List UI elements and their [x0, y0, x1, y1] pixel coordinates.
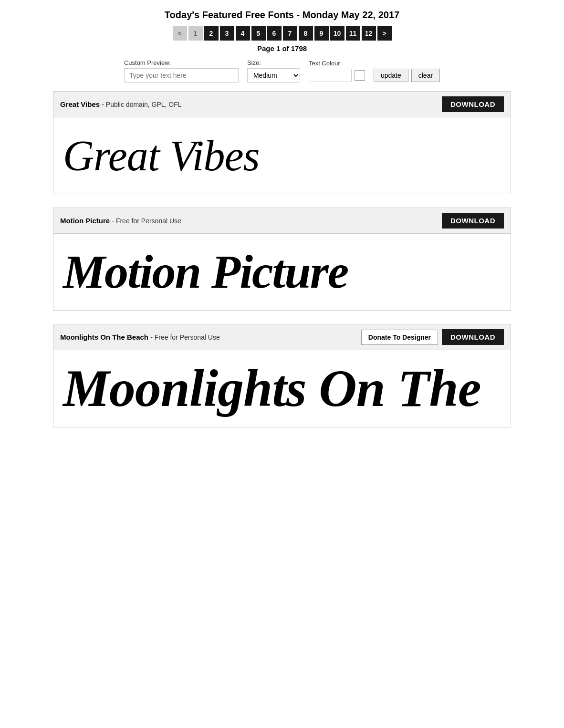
preview-input[interactable]	[124, 68, 239, 83]
font-preview-text-moonlights: Moonlights On The	[63, 360, 480, 417]
pagination-page-8[interactable]: 8	[299, 26, 313, 41]
pagination-page-3[interactable]: 3	[220, 26, 234, 41]
color-text-input[interactable]	[309, 69, 352, 82]
page-count: Page 1 of 1798	[53, 44, 511, 52]
donate-button-moonlights[interactable]: Donate To Designer	[361, 330, 438, 345]
update-button[interactable]: update	[374, 69, 408, 82]
font-name-motion-picture: Motion Picture	[60, 217, 110, 225]
font-name-great-vibes: Great Vibes	[60, 100, 100, 108]
font-preview-great-vibes: Great Vibes	[53, 117, 511, 194]
font-card-header-moonlights: Moonlights On The Beach - Free for Perso…	[53, 324, 511, 350]
color-row	[309, 69, 365, 82]
download-button-great-vibes[interactable]: DOWNLOAD	[442, 96, 504, 112]
pagination-page-2[interactable]: 2	[204, 26, 219, 41]
pagination-page-7[interactable]: 7	[283, 26, 297, 41]
font-name-moonlights: Moonlights On The Beach	[60, 333, 148, 341]
font-card-header-great-vibes: Great Vibes - Public domain, GPL, OFL DO…	[53, 92, 511, 117]
pagination-page-10[interactable]: 10	[330, 26, 345, 41]
pagination-page-6[interactable]: 6	[267, 26, 282, 41]
font-preview-text-great-vibes: Great Vibes	[63, 132, 259, 179]
size-group: Size: Small Medium Large Extra Large	[247, 59, 300, 83]
pagination-page-4[interactable]: 4	[236, 26, 250, 41]
font-preview-text-motion-picture: Motion Picture	[63, 246, 348, 298]
text-colour-group: Text Colour:	[309, 60, 365, 82]
font-header-actions-moonlights: Donate To Designer DOWNLOAD	[361, 329, 504, 345]
font-license-motion-picture: - Free for Personal Use	[112, 217, 181, 225]
pagination-page-12[interactable]: 12	[362, 26, 376, 41]
font-card-moonlights: Moonlights On The Beach - Free for Perso…	[53, 324, 511, 427]
font-license-moonlights: - Free for Personal Use	[150, 333, 220, 341]
font-preview-moonlights: Moonlights On The	[53, 350, 511, 427]
pagination-prev[interactable]: <	[173, 26, 187, 41]
pagination-page-9[interactable]: 9	[314, 26, 329, 41]
size-label: Size:	[247, 59, 261, 66]
size-select[interactable]: Small Medium Large Extra Large	[247, 68, 300, 83]
pagination: < 1 2 3 4 5 6 7 8 9 10 11 12 >	[53, 26, 511, 41]
text-colour-label: Text Colour:	[309, 60, 342, 67]
pagination-next[interactable]: >	[377, 26, 392, 41]
font-card-motion-picture: Motion Picture - Free for Personal Use D…	[53, 208, 511, 311]
controls-row: Custom Preview: Size: Small Medium Large…	[53, 59, 511, 83]
font-name-label-great-vibes: Great Vibes - Public domain, GPL, OFL	[60, 100, 182, 108]
font-preview-motion-picture: Motion Picture	[53, 234, 511, 310]
clear-button[interactable]: clear	[411, 69, 440, 82]
page-title: Today's Featured Free Fonts - Monday May…	[53, 10, 511, 21]
font-header-actions-motion-picture: DOWNLOAD	[442, 213, 504, 229]
pagination-page-11[interactable]: 11	[346, 26, 360, 41]
action-buttons-group: update clear	[374, 69, 440, 82]
custom-preview-group: Custom Preview:	[124, 59, 239, 83]
custom-preview-label: Custom Preview:	[124, 59, 171, 66]
font-name-label-moonlights: Moonlights On The Beach - Free for Perso…	[60, 333, 220, 341]
pagination-page-1[interactable]: 1	[188, 26, 203, 41]
download-button-moonlights[interactable]: DOWNLOAD	[442, 329, 504, 345]
download-button-motion-picture[interactable]: DOWNLOAD	[442, 213, 504, 229]
color-swatch[interactable]	[355, 70, 365, 81]
font-card-header-motion-picture: Motion Picture - Free for Personal Use D…	[53, 208, 511, 234]
font-card-great-vibes: Great Vibes - Public domain, GPL, OFL DO…	[53, 91, 511, 194]
pagination-page-5[interactable]: 5	[251, 26, 266, 41]
font-header-actions-great-vibes: DOWNLOAD	[442, 96, 504, 112]
font-name-label-motion-picture: Motion Picture - Free for Personal Use	[60, 217, 181, 225]
font-license-great-vibes: - Public domain, GPL, OFL	[102, 101, 181, 108]
